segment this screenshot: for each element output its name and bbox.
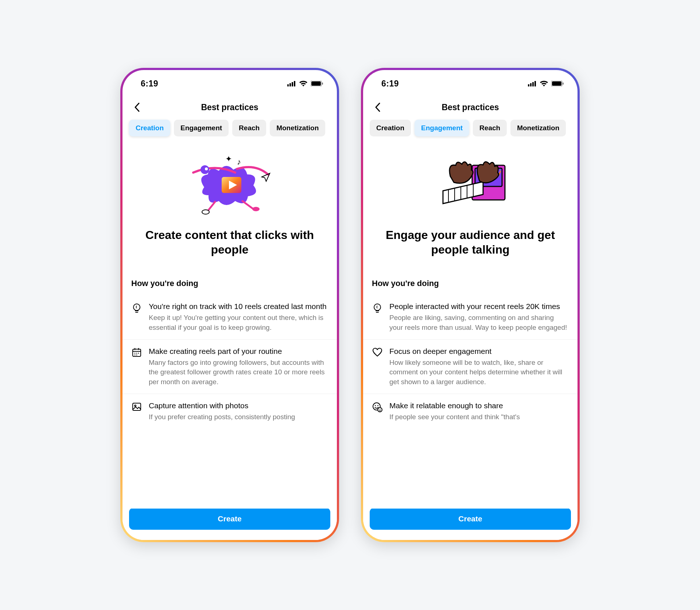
tab-creation[interactable]: Creation xyxy=(370,120,411,136)
svg-point-22 xyxy=(136,352,137,354)
tip-desc: Keep it up! You're getting your content … xyxy=(149,313,328,332)
status-time: 6:19 xyxy=(381,79,399,89)
svg-line-14 xyxy=(242,201,253,209)
wifi-icon xyxy=(299,80,308,87)
tab-creation[interactable]: Creation xyxy=(129,120,170,136)
hero-illustration-engagement xyxy=(373,152,567,218)
status-icons xyxy=(528,80,564,87)
tip-body: Focus on deeper engagement How likely so… xyxy=(389,346,569,387)
tip-title: Make creating reels part of your routine xyxy=(149,346,328,356)
status-bar: 6:19 xyxy=(363,70,578,93)
tip-item: Make it relatable enough to share If peo… xyxy=(363,394,578,429)
calendar-icon xyxy=(131,346,142,387)
tip-title: You're right on track with 10 reels crea… xyxy=(149,301,328,312)
tip-body: Capture attention with photos If you pre… xyxy=(149,401,328,422)
svg-rect-3 xyxy=(294,81,295,86)
tab-reach[interactable]: Reach xyxy=(232,120,266,136)
back-button[interactable] xyxy=(372,101,384,113)
hero-illustration-creation: ♪ ✦ xyxy=(133,152,327,218)
svg-point-47 xyxy=(379,409,380,409)
tab-reach[interactable]: Reach xyxy=(473,120,507,136)
heart-icon xyxy=(372,346,383,387)
svg-point-27 xyxy=(135,405,136,406)
svg-rect-30 xyxy=(532,82,534,86)
svg-line-12 xyxy=(208,202,215,211)
svg-point-25 xyxy=(136,354,137,355)
tip-desc: How likely someone will be to watch, lik… xyxy=(389,358,569,387)
svg-rect-0 xyxy=(287,84,289,86)
svg-point-44 xyxy=(375,405,376,406)
svg-point-10 xyxy=(201,165,209,174)
svg-point-21 xyxy=(135,352,136,354)
hero-section: ♪ ✦ Create content that clicks with peop… xyxy=(122,142,337,268)
tip-desc: Many factors go into growing followers, … xyxy=(149,358,328,387)
nav-header: Best practices xyxy=(363,93,578,120)
section-label: How you're doing xyxy=(122,268,337,295)
phone-frame-engagement: 6:19 Best practices Creation Engagement … xyxy=(361,68,580,542)
svg-text:♪: ♪ xyxy=(237,157,241,166)
wifi-icon xyxy=(540,80,548,87)
section-label: How you're doing xyxy=(363,268,578,295)
tab-monetization[interactable]: Monetization xyxy=(510,120,566,136)
back-button[interactable] xyxy=(131,101,143,113)
tip-list: You're right on track with 10 reels crea… xyxy=(122,295,337,503)
tab-monetization[interactable]: Monetization xyxy=(270,120,325,136)
svg-rect-34 xyxy=(563,82,564,85)
svg-point-15 xyxy=(252,207,260,211)
phone-screen-creation: 6:19 Best practices Creation Enga xyxy=(122,70,337,540)
create-button[interactable]: Create xyxy=(129,508,330,530)
cta-area: Create xyxy=(122,503,337,540)
svg-point-23 xyxy=(138,352,139,354)
status-icons xyxy=(287,80,323,87)
svg-point-11 xyxy=(205,167,208,170)
cellular-icon xyxy=(287,81,296,86)
tabs-row: Creation Engagement Reach Monetization xyxy=(122,120,337,142)
hero-title: Create content that clicks with people xyxy=(133,228,327,257)
tip-item: You're right on track with 10 reels crea… xyxy=(122,295,337,339)
svg-rect-31 xyxy=(534,81,536,86)
tip-title: People interacted with your recent reels… xyxy=(389,301,569,312)
svg-point-46 xyxy=(378,408,382,412)
svg-rect-2 xyxy=(292,82,293,86)
cta-area: Create xyxy=(363,503,578,540)
svg-text:✦: ✦ xyxy=(225,154,232,163)
status-time: 6:19 xyxy=(141,79,158,89)
svg-point-16 xyxy=(133,304,140,310)
page-title: Best practices xyxy=(122,103,337,112)
tab-engagement[interactable]: Engagement xyxy=(174,120,229,136)
tip-desc: People are liking, saving, commenting on… xyxy=(389,313,569,332)
tip-desc: If people see your content and think "th… xyxy=(389,412,569,422)
svg-rect-5 xyxy=(311,81,321,86)
svg-point-42 xyxy=(374,304,381,310)
phone-frame-creation: 6:19 Best practices Creation Enga xyxy=(120,68,339,542)
tip-item: Make creating reels part of your routine… xyxy=(122,339,337,394)
svg-rect-29 xyxy=(530,83,532,86)
svg-point-24 xyxy=(135,354,136,355)
tip-item: Capture attention with photos If you pre… xyxy=(122,394,337,429)
svg-point-48 xyxy=(380,409,381,409)
tip-title: Focus on deeper engagement xyxy=(389,346,569,356)
battery-icon xyxy=(551,81,564,86)
lightbulb-icon xyxy=(131,301,142,333)
lightbulb-icon xyxy=(372,301,383,333)
screenshot-pair: 6:19 Best practices Creation Enga xyxy=(120,68,580,542)
image-icon xyxy=(131,401,142,422)
tip-item: Focus on deeper engagement How likely so… xyxy=(363,339,578,394)
svg-rect-26 xyxy=(133,403,141,410)
svg-rect-1 xyxy=(289,83,291,86)
chevron-left-icon xyxy=(375,103,381,112)
tip-item: People interacted with your recent reels… xyxy=(363,295,578,339)
svg-rect-6 xyxy=(322,82,323,85)
tip-title: Make it relatable enough to share xyxy=(389,401,569,411)
svg-rect-28 xyxy=(528,84,529,86)
create-button[interactable]: Create xyxy=(370,508,571,530)
nav-header: Best practices xyxy=(122,93,337,120)
tip-desc: If you prefer creating posts, consistent… xyxy=(149,412,328,422)
tip-body: People interacted with your recent reels… xyxy=(389,301,569,333)
tabs-row: Creation Engagement Reach Monetization xyxy=(363,120,578,142)
cellular-icon xyxy=(528,81,537,86)
page-title: Best practices xyxy=(363,103,578,112)
tab-engagement[interactable]: Engagement xyxy=(415,120,469,136)
tip-body: Make it relatable enough to share If peo… xyxy=(389,401,569,422)
tip-body: You're right on track with 10 reels crea… xyxy=(149,301,328,333)
